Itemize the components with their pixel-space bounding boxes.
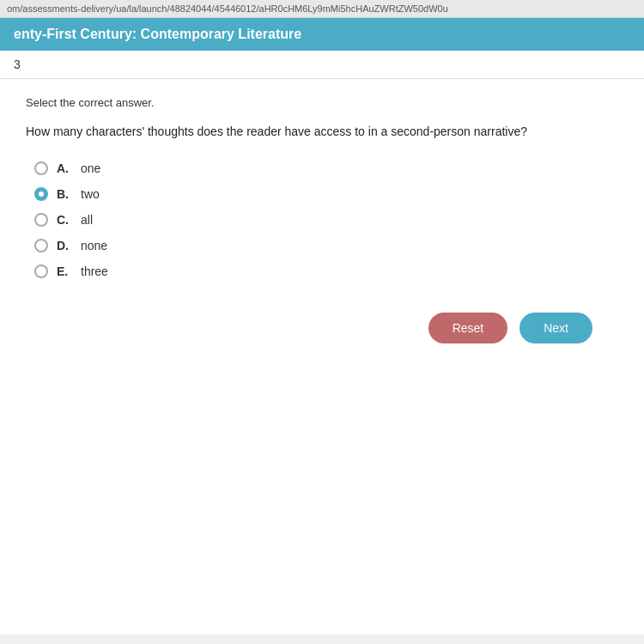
option-text-d: none (81, 239, 107, 252)
app-header: enty-First Century: Contemporary Literat… (0, 18, 644, 51)
list-item[interactable]: B. two (34, 187, 618, 201)
option-letter-a: A. (57, 161, 72, 175)
button-row: Reset Next (26, 295, 618, 361)
question-number-bar: 3 (0, 51, 644, 79)
radio-d[interactable] (34, 239, 48, 252)
list-item[interactable]: C. all (34, 213, 618, 227)
question-text: How many characters' thoughts does the r… (26, 123, 618, 141)
list-item[interactable]: A. one (34, 161, 618, 175)
next-button[interactable]: Next (519, 313, 592, 343)
radio-b[interactable] (34, 187, 48, 201)
radio-e[interactable] (34, 264, 48, 278)
option-text-c: all (81, 213, 93, 227)
option-letter-c: C. (57, 213, 72, 227)
question-number: 3 (14, 58, 21, 71)
list-item[interactable]: E. three (34, 264, 618, 278)
answer-options-list: A. one B. two C. all D. none (34, 161, 618, 278)
option-text-b: two (81, 187, 100, 201)
app-title: enty-First Century: Contemporary Literat… (14, 27, 301, 41)
option-letter-d: D. (57, 239, 72, 252)
browser-url-bar: om/assessments-delivery/ua/la/launch/488… (0, 0, 644, 18)
reset-button[interactable]: Reset (428, 313, 508, 343)
option-letter-b: B. (57, 187, 72, 201)
radio-a[interactable] (34, 161, 48, 175)
question-body: Select the correct answer. How many char… (0, 79, 644, 378)
option-text-e: three (81, 264, 108, 278)
main-content: 3 Select the correct answer. How many ch… (0, 51, 644, 635)
question-instruction: Select the correct answer. (26, 96, 618, 109)
list-item[interactable]: D. none (34, 239, 618, 252)
option-text-a: one (81, 161, 100, 175)
radio-c[interactable] (34, 213, 48, 227)
option-letter-e: E. (57, 264, 72, 278)
